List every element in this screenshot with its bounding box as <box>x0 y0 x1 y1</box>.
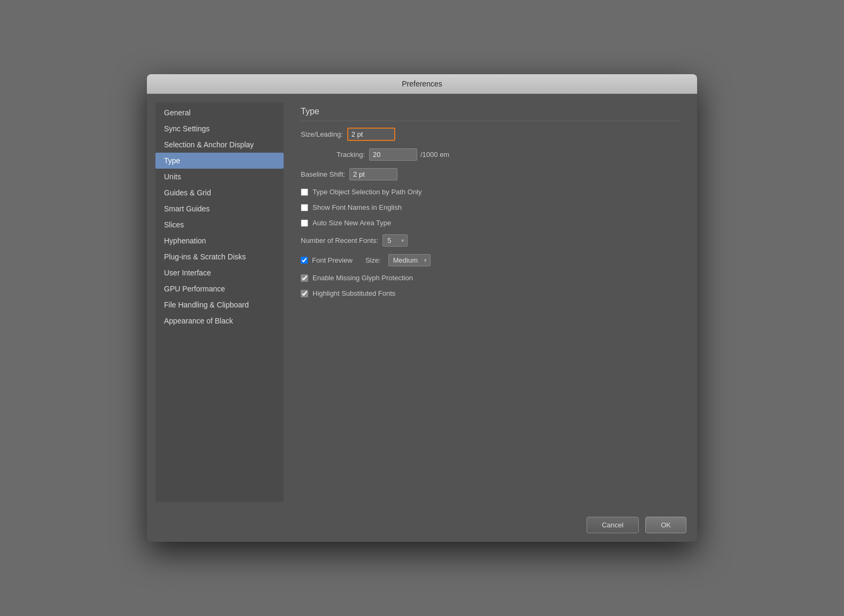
font-size-select[interactable]: Small Medium Large <box>388 254 431 266</box>
sidebar-item-smart-guides[interactable]: Smart Guides <box>155 201 284 217</box>
sidebar-item-sync-settings[interactable]: Sync Settings <box>155 121 284 137</box>
size-leading-row: Size/Leading: <box>301 128 680 141</box>
enable-missing-glyph-row: Enable Missing Glyph Protection <box>301 274 680 282</box>
sidebar-item-type[interactable]: Type <box>155 153 284 169</box>
size-leading-input[interactable] <box>347 128 395 141</box>
recent-fonts-label: Number of Recent Fonts: <box>301 236 378 244</box>
show-font-names-row: Show Font Names in English <box>301 203 680 211</box>
cancel-button[interactable]: Cancel <box>587 517 639 533</box>
highlight-substituted-label[interactable]: Highlight Substituted Fonts <box>312 289 395 297</box>
recent-fonts-select[interactable]: 5 10 15 20 <box>382 234 408 247</box>
auto-size-label[interactable]: Auto Size New Area Type <box>312 219 391 227</box>
enable-missing-glyph-checkbox[interactable] <box>301 274 308 282</box>
dialog-body: GeneralSync SettingsSelection & Anchor D… <box>147 94 697 510</box>
font-preview-label[interactable]: Font Preview <box>312 256 353 264</box>
tracking-suffix: /1000 em <box>420 151 449 159</box>
tracking-label: Tracking: <box>301 151 365 159</box>
ok-button[interactable]: OK <box>645 517 686 533</box>
sidebar-item-user-interface[interactable]: User Interface <box>155 265 284 281</box>
sidebar: GeneralSync SettingsSelection & Anchor D… <box>155 102 284 502</box>
sidebar-item-gpu-performance[interactable]: GPU Performance <box>155 281 284 297</box>
preferences-dialog: Preferences GeneralSync SettingsSelectio… <box>147 74 697 542</box>
sidebar-item-selection-anchor[interactable]: Selection & Anchor Display <box>155 137 284 153</box>
sidebar-item-general[interactable]: General <box>155 105 284 121</box>
font-preview-checkbox[interactable] <box>301 257 308 264</box>
sidebar-item-plugins[interactable]: Plug-ins & Scratch Disks <box>155 249 284 265</box>
main-content: Type Size/Leading: Tracking: /1000 em Ba… <box>292 102 689 502</box>
baseline-shift-input[interactable] <box>349 168 397 180</box>
section-title: Type <box>301 107 680 121</box>
auto-size-row: Auto Size New Area Type <box>301 219 680 227</box>
dialog-footer: Cancel OK <box>147 510 697 542</box>
baseline-shift-row: Baseline Shift: <box>301 168 680 180</box>
auto-size-checkbox[interactable] <box>301 219 308 227</box>
tracking-row: Tracking: /1000 em <box>301 148 680 161</box>
font-preview-row: Font Preview Size: Small Medium Large <box>301 254 680 266</box>
dialog-title: Preferences <box>402 80 442 88</box>
highlight-substituted-row: Highlight Substituted Fonts <box>301 289 680 297</box>
sidebar-item-appearance-black[interactable]: Appearance of Black <box>155 313 284 329</box>
recent-fonts-row: Number of Recent Fonts: 5 10 15 20 <box>301 234 680 247</box>
size-label: Size: <box>365 256 381 264</box>
font-size-select-wrapper: Small Medium Large <box>388 254 431 266</box>
show-font-names-label[interactable]: Show Font Names in English <box>312 203 402 211</box>
sidebar-item-file-handling[interactable]: File Handling & Clipboard <box>155 297 284 313</box>
size-leading-label: Size/Leading: <box>301 130 343 138</box>
sidebar-item-hyphenation[interactable]: Hyphenation <box>155 233 284 249</box>
sidebar-item-slices[interactable]: Slices <box>155 217 284 233</box>
title-bar: Preferences <box>147 74 697 94</box>
type-object-selection-row: Type Object Selection by Path Only <box>301 188 680 196</box>
recent-fonts-select-wrapper: 5 10 15 20 <box>382 234 408 247</box>
type-object-checkbox[interactable] <box>301 188 308 196</box>
tracking-input[interactable] <box>369 148 417 161</box>
sidebar-item-guides-grid[interactable]: Guides & Grid <box>155 185 284 201</box>
type-object-label[interactable]: Type Object Selection by Path Only <box>312 188 422 196</box>
sidebar-item-units[interactable]: Units <box>155 169 284 185</box>
highlight-substituted-checkbox[interactable] <box>301 290 308 297</box>
enable-missing-glyph-label[interactable]: Enable Missing Glyph Protection <box>312 274 413 282</box>
baseline-shift-label: Baseline Shift: <box>301 170 345 178</box>
show-font-names-checkbox[interactable] <box>301 204 308 211</box>
